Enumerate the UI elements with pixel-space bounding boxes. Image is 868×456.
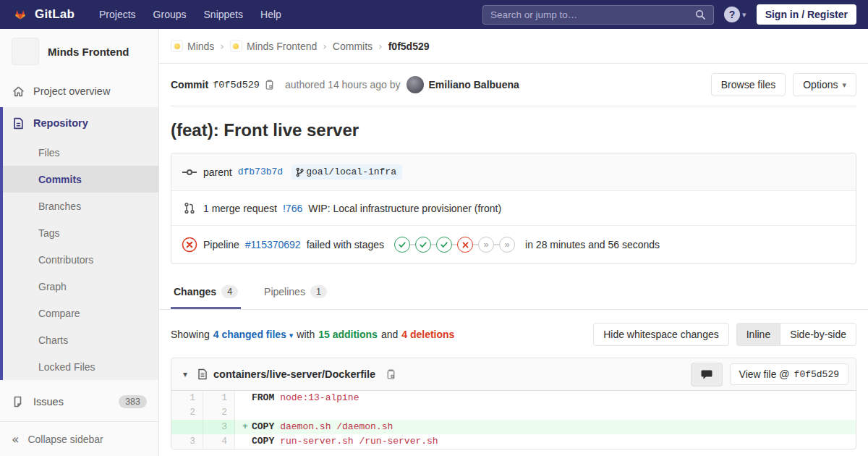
sidebar-item-issues[interactable]: Issues 383 — [0, 386, 158, 418]
toggle-comments-button[interactable] — [691, 363, 723, 387]
parent-sha-link[interactable]: dfb73b7d — [238, 166, 283, 177]
old-line-number[interactable]: 2 — [171, 405, 203, 420]
mr-id-link[interactable]: !766 — [283, 203, 302, 214]
stage-connector — [494, 244, 499, 245]
search-box[interactable] — [482, 5, 714, 25]
sidebar-item-contributors[interactable]: Contributors — [3, 246, 158, 273]
tab-pipelines[interactable]: Pipelines 1 — [261, 276, 330, 309]
and-label: and — [381, 329, 398, 340]
sidebar-item-files[interactable]: Files — [3, 139, 158, 166]
help-icon[interactable]: ? — [724, 7, 740, 22]
pipeline-stage-failed-icon[interactable] — [457, 237, 473, 253]
breadcrumb-separator: › — [220, 41, 224, 52]
stage-connector — [452, 244, 457, 245]
author-avatar[interactable] — [407, 76, 424, 93]
view-file-sha: f0f5d529 — [794, 369, 839, 380]
collapse-sidebar-button[interactable]: « Collapse sidebar — [0, 421, 158, 456]
nav-item-groups[interactable]: Groups — [145, 0, 195, 29]
sidebar-item-project-overview[interactable]: Project overview — [0, 75, 158, 107]
code-text: node:13-alpine — [280, 392, 359, 403]
changed-files-dropdown[interactable]: 4 changed files ▾ — [213, 329, 294, 340]
diff-line: 22 — [171, 405, 856, 420]
breadcrumb-group[interactable]: Minds — [171, 40, 214, 52]
pipeline-stage-success-icon[interactable] — [415, 237, 431, 253]
side-by-side-view-button[interactable]: Side-by-side — [780, 323, 856, 346]
parent-label: parent — [203, 166, 232, 178]
stage-connector — [473, 244, 478, 245]
browse-files-button[interactable]: Browse files — [711, 73, 786, 96]
file-collapse-caret-icon[interactable]: ▾ — [179, 369, 192, 379]
changes-count-badge: 4 — [221, 285, 238, 298]
sidebar-item-tags[interactable]: Tags — [3, 219, 158, 246]
line-code — [235, 405, 856, 420]
pipeline-failed-status-icon[interactable] — [182, 237, 197, 253]
project-avatar-small — [230, 40, 242, 52]
diff-table: 11FROMnode:13-alpine223+COPYdaemon.sh /d… — [171, 391, 856, 449]
sidebar-item-charts[interactable]: Charts — [3, 326, 158, 353]
old-line-number[interactable] — [171, 420, 203, 434]
tab-changes[interactable]: Changes 4 — [171, 276, 241, 309]
old-line-number[interactable]: 3 — [171, 434, 203, 449]
new-line-number[interactable]: 4 — [203, 434, 235, 449]
authored-text: authored 14 hours ago by — [285, 79, 401, 90]
file-path[interactable]: containers/live-server/Dockerfile — [213, 368, 375, 380]
sidebar-item-label: Project overview — [33, 85, 110, 97]
line-code: FROMnode:13-alpine — [235, 391, 856, 405]
new-line-number[interactable]: 3 — [203, 420, 235, 434]
view-file-button[interactable]: View file @ f0f5d529 — [730, 363, 848, 385]
sidebar-item-locked-files[interactable]: Locked Files — [3, 353, 158, 380]
navbar-menu: ProjectsGroupsSnippetsHelp — [90, 0, 290, 29]
line-code: +COPYdaemon.sh /daemon.sh — [235, 420, 856, 434]
nav-item-projects[interactable]: Projects — [90, 0, 145, 29]
collapse-sidebar-icon: « — [12, 432, 19, 447]
new-line-number[interactable]: 2 — [203, 405, 235, 420]
breadcrumb: Minds › Minds Frontend › Commits › f0f5d… — [159, 29, 868, 64]
commit-info-box: parent dfb73b7d goal/local-infra 1 merge… — [171, 153, 856, 264]
sidebar-item-repository[interactable]: Repository — [3, 107, 158, 139]
pipeline-stage-skipped-icon[interactable]: » — [478, 237, 494, 253]
author-name[interactable]: Emiliano Balbuena — [429, 79, 519, 90]
inline-view-button[interactable]: Inline — [736, 323, 780, 346]
pipeline-stage-success-icon[interactable] — [436, 237, 452, 253]
diff-file-card: ▾ containers/live-server/Dockerfile Vie — [171, 358, 856, 449]
pipeline-id-link[interactable]: #115370692 — [245, 239, 301, 250]
sidebar-item-graph[interactable]: Graph — [3, 273, 158, 300]
sidebar-item-commits[interactable]: Commits — [3, 166, 158, 193]
old-line-number[interactable]: 1 — [171, 391, 203, 405]
options-dropdown-button[interactable]: Options ▾ — [793, 73, 856, 96]
new-line-number[interactable]: 1 — [203, 391, 235, 405]
project-name: Minds Frontend — [48, 46, 129, 58]
chevron-down-icon: ▾ — [742, 10, 746, 20]
breadcrumb-separator: › — [378, 41, 383, 52]
line-code: COPYrun-server.sh /run-server.sh — [235, 434, 856, 449]
with-label: with — [297, 329, 315, 340]
search-input[interactable] — [490, 9, 695, 20]
hide-whitespace-button[interactable]: Hide whitespace changes — [593, 323, 729, 346]
mr-title: WIP: Local infrastructure provisioner (f… — [308, 203, 501, 214]
gitlab-logo[interactable]: GitLab — [12, 7, 75, 23]
search-icon[interactable] — [695, 9, 706, 20]
lightbulb-emoji-icon — [20, 44, 31, 59]
sidebar-item-branches[interactable]: Branches — [3, 193, 158, 219]
nav-item-snippets[interactable]: Snippets — [195, 0, 252, 29]
project-context-header[interactable]: Minds Frontend — [0, 29, 158, 75]
code-text: run-server.sh /run-server.sh — [280, 436, 438, 447]
breadcrumb-commits[interactable]: Commits — [333, 41, 373, 52]
branch-badge[interactable]: goal/local-infra — [292, 164, 402, 180]
merge-request-icon — [182, 202, 197, 214]
copy-sha-button[interactable] — [260, 79, 279, 90]
nav-item-help[interactable]: Help — [252, 0, 290, 29]
sidebar-item-label: Repository — [33, 117, 88, 129]
sign-in-button[interactable]: Sign in / Register — [757, 4, 856, 25]
code-keyword: COPY — [252, 421, 274, 432]
gitlab-tanuki-icon — [12, 7, 29, 23]
commit-title: (feat): Front live server — [171, 120, 856, 140]
breadcrumb-project[interactable]: Minds Frontend — [230, 40, 317, 52]
sidebar-item-compare[interactable]: Compare — [3, 300, 158, 326]
additions-count: 15 additions — [318, 329, 378, 340]
help-menu[interactable]: ? ▾ — [724, 7, 746, 22]
commit-tabs: Changes 4 Pipelines 1 — [159, 276, 868, 310]
copy-file-path-button[interactable] — [381, 368, 401, 380]
pipeline-stage-success-icon[interactable] — [394, 237, 410, 253]
pipeline-stage-skipped-icon[interactable]: » — [499, 237, 515, 253]
